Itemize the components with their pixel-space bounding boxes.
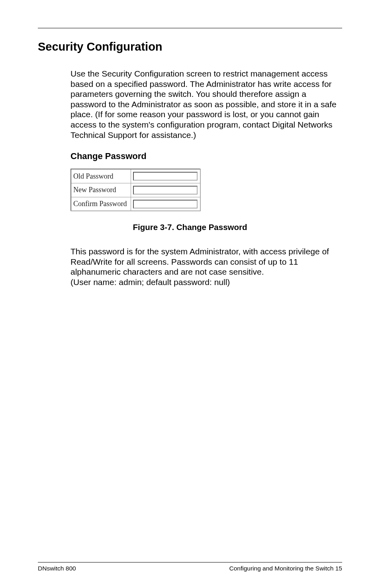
page-footer: DNswitch 800 Configuring and Monitoring … bbox=[38, 562, 342, 572]
table-row: New Password bbox=[71, 183, 200, 197]
new-password-label: New Password bbox=[71, 183, 131, 197]
confirm-password-input[interactable] bbox=[133, 200, 198, 208]
body-paragraph: This password is for the system Administ… bbox=[71, 246, 338, 287]
old-password-input[interactable] bbox=[133, 172, 198, 181]
old-password-label: Old Password bbox=[71, 169, 131, 183]
new-password-cell bbox=[131, 183, 200, 197]
top-horizontal-rule bbox=[38, 28, 342, 28]
confirm-password-label: Confirm Password bbox=[71, 197, 131, 211]
confirm-password-cell bbox=[131, 197, 200, 211]
password-form-table: Old Password New Password Confirm Passwo… bbox=[71, 169, 201, 211]
intro-paragraph: Use the Security Configuration screen to… bbox=[71, 69, 340, 140]
figure-caption: Figure 3-7. Change Password bbox=[71, 222, 309, 232]
table-row: Old Password bbox=[71, 169, 200, 183]
footer-horizontal-rule bbox=[38, 562, 342, 562]
new-password-input[interactable] bbox=[133, 186, 198, 195]
table-row: Confirm Password bbox=[71, 197, 200, 211]
footer-left-text: DNswitch 800 bbox=[38, 565, 76, 572]
change-password-heading: Change Password bbox=[71, 151, 342, 161]
page-title: Security Configuration bbox=[38, 40, 342, 53]
old-password-cell bbox=[131, 169, 200, 183]
footer-right-text: Configuring and Monitoring the Switch 15 bbox=[229, 565, 342, 572]
